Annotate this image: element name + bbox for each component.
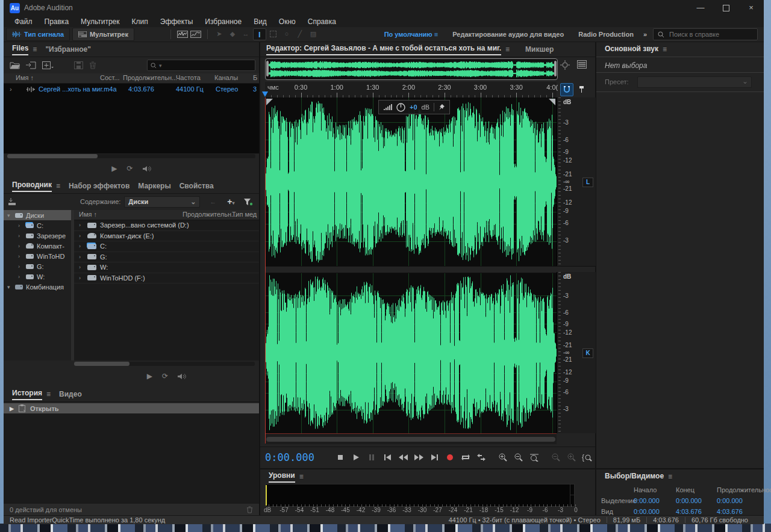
play-button[interactable] (348, 451, 364, 464)
history-panel-menu-icon[interactable]: ≡ (46, 390, 51, 398)
help-search-box[interactable] (653, 28, 758, 40)
tab-properties[interactable]: Свойства (179, 182, 214, 190)
drives-column-2[interactable]: Тип мед (232, 211, 257, 218)
import-file-icon[interactable] (26, 61, 36, 69)
files-column-1[interactable]: Сост... (100, 74, 120, 81)
workspace-menu-icon[interactable]: ≡ (432, 31, 438, 38)
loop-preview-icon[interactable]: ⟳ (162, 372, 168, 380)
selection-value[interactable]: 0:00.000 (634, 508, 660, 515)
editor-panel-menu-icon[interactable]: ≡ (505, 45, 510, 54)
drive-row-5[interactable]: ›WinToHDD (F:) (74, 273, 259, 284)
workspace-0[interactable]: По умолчанию ≡ (384, 31, 439, 38)
tree-item-combination[interactable]: ▾Комбинация (4, 282, 71, 292)
menu-item-1[interactable]: Правка (39, 17, 75, 26)
expand-chevron-icon[interactable]: › (10, 85, 12, 93)
tree-item-0[interactable]: ›C: (4, 220, 71, 230)
right-channel-badge[interactable]: K (582, 348, 593, 358)
scrollbar-thumb[interactable] (7, 154, 98, 158)
tree-item-root[interactable]: ▾Диски (4, 210, 71, 220)
workspace-1[interactable]: Редактирование аудио для видео (452, 31, 564, 38)
content-dropdown[interactable]: Диски ⌄ (124, 196, 200, 208)
lasso-selection-tool[interactable]: ○ (281, 28, 293, 39)
loop-playback-button[interactable] (458, 451, 473, 464)
tab-video[interactable]: Видео (59, 390, 82, 398)
display-options-icon[interactable] (577, 60, 587, 70)
zoom-reset-button[interactable] (564, 451, 579, 464)
tab-levels[interactable]: Уровни (269, 471, 295, 483)
save-icon[interactable] (74, 61, 83, 69)
history-entry-open[interactable]: ▶ Открыть (4, 403, 265, 413)
preset-dropdown[interactable] (637, 76, 752, 88)
menu-item-2[interactable]: Мультитрек (75, 17, 125, 26)
delete-icon[interactable] (89, 61, 96, 69)
maximize-button[interactable] (713, 0, 738, 16)
custom-zoom-button[interactable]: { (579, 451, 595, 464)
time-display[interactable]: 0:00.000 (265, 451, 322, 463)
preview-volume-icon[interactable] (143, 165, 151, 172)
loop-preview-icon[interactable]: ⟳ (127, 164, 133, 173)
selection-view-menu-icon[interactable]: ≡ (668, 472, 672, 481)
close-button[interactable]: × (738, 0, 764, 16)
selection-value[interactable]: 4:03.676 (717, 508, 743, 515)
files-column-3[interactable]: Частота (176, 74, 201, 81)
filter-icon[interactable] (243, 198, 253, 206)
timeline-ruler[interactable]: чмс 0:301:001:302:002:303:003:304:0( (265, 82, 557, 98)
razor-tool[interactable]: ◆ (226, 28, 239, 39)
back-icon[interactable]: ← (210, 198, 216, 205)
time-selection-tool[interactable]: I (253, 28, 266, 40)
preview-play-icon[interactable]: ▶ (111, 164, 117, 173)
navigate-zoom-icon[interactable] (560, 60, 570, 70)
tab-mixer[interactable]: Микшер (525, 45, 554, 54)
gain-knob-icon[interactable] (396, 103, 405, 112)
db-scale-left-channel[interactable]: dB-3-3-6-6-9-9-12-12-21-21-∞L (557, 97, 596, 266)
tab-editor[interactable]: Редактор: Сергей Завьялов - А мне с тобо… (266, 44, 501, 55)
files-column-5[interactable]: Б (253, 74, 257, 81)
zoom-out-full-button[interactable] (548, 451, 564, 464)
tab-favorites[interactable]: "Избранное" (45, 45, 91, 54)
go-to-end-button[interactable] (426, 451, 442, 464)
drive-row-2[interactable]: ›C: (74, 241, 259, 252)
files-panel-menu-icon[interactable]: ≡ (33, 45, 37, 54)
tab-files[interactable]: Files (12, 44, 28, 55)
tree-item-3[interactable]: ›WinToHD (4, 251, 71, 261)
add-shortcut-icon[interactable] (8, 198, 17, 205)
tab-browser[interactable]: Проводник (12, 181, 52, 192)
drive-row-1[interactable]: ›Компакт-диск (E:) (74, 231, 259, 242)
drive-row-3[interactable]: ›G: (74, 252, 259, 263)
tree-item-4[interactable]: ›G: (4, 261, 71, 271)
drives-column-headers[interactable]: Имя ↑Продолжительн...Тип мед (74, 210, 259, 220)
selection-value[interactable]: 4:03.676 (676, 508, 702, 515)
tab-selection-view[interactable]: Выбор/Видимое (605, 472, 664, 482)
slip-tool[interactable]: ↔ (240, 28, 252, 39)
marker-pin-icon[interactable] (576, 83, 587, 95)
go-to-start-button[interactable] (379, 451, 395, 464)
scrollbar-thumb[interactable] (266, 437, 555, 442)
playhead-line[interactable] (265, 97, 266, 444)
pin-hud-icon[interactable] (439, 104, 445, 111)
files-column-2[interactable]: Продолжительн... (123, 74, 177, 81)
left-channel-badge[interactable]: L (582, 178, 593, 187)
browser-panel-menu-icon[interactable]: ≡ (56, 182, 60, 190)
waveform-display-button[interactable] (176, 29, 189, 40)
multitrack-button[interactable]: Мультитрек (72, 28, 134, 41)
waveform-editor-button[interactable]: Тип сигнала (6, 28, 70, 41)
title-bar[interactable]: Au Adobe Audition — × (4, 0, 764, 16)
move-tool[interactable]: ➤ (213, 28, 225, 39)
overview-left-handle[interactable] (266, 61, 269, 76)
file-row[interactable]: › Сергей ...хоть на миг.m4a 4:03.676 441… (4, 85, 259, 94)
rewind-button[interactable] (395, 451, 411, 464)
files-column-headers[interactable]: Имя ↑Сост...Продолжительн...ЧастотаКанал… (4, 73, 259, 84)
zoom-out-horizontal-button[interactable] (511, 451, 526, 464)
tree-item-1[interactable]: ›Зарезере (4, 230, 71, 241)
gain-hud[interactable]: +0 dB (378, 100, 450, 114)
delete-icon[interactable] (246, 506, 253, 513)
tab-essential-sound[interactable]: Основной звук (605, 45, 658, 55)
zoom-in-horizontal-button[interactable] (495, 451, 511, 464)
spectral-display-button[interactable] (190, 29, 202, 40)
snap-toggle-button[interactable] (560, 83, 573, 96)
tree-item-2[interactable]: ›Компакт- (4, 241, 71, 251)
menu-item-7[interactable]: Окно (273, 17, 302, 26)
overview-right-handle[interactable] (554, 61, 557, 76)
selection-value[interactable]: 0:00.000 (676, 497, 702, 504)
browser-horizontal-scrollbar[interactable] (74, 362, 255, 366)
